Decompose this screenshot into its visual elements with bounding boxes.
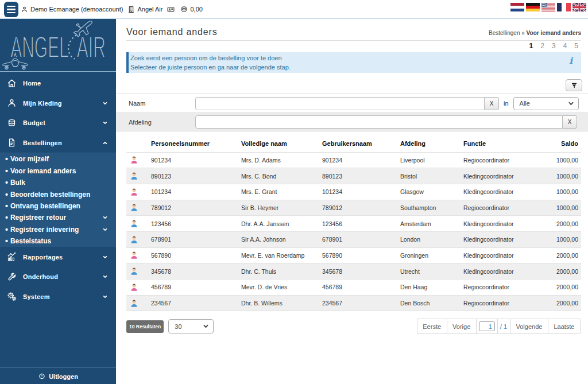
logout-button[interactable]: Uitloggen	[38, 373, 78, 381]
sidebar-item-bestellingen[interactable]: Bestellingen	[0, 133, 116, 153]
page-number-input[interactable]	[479, 321, 495, 331]
id-card-icon[interactable]	[167, 6, 175, 13]
chevron-down-icon	[568, 101, 574, 106]
account-name[interactable]: Demo Ecmanage (demoaccount)	[30, 6, 123, 13]
info-icon: i	[569, 56, 572, 66]
bullet-icon: •	[5, 190, 8, 199]
sidebar-item-budget[interactable]: Budget	[0, 113, 116, 133]
main-content: Voor iemand anders Bestellingen » Voor i…	[116, 19, 588, 384]
person-gender-icon	[130, 283, 138, 292]
flag-fr-icon[interactable]	[557, 3, 571, 11]
power-icon	[38, 373, 46, 381]
topbar: Demo Ecmanage (demoaccount) Angel Air 0,…	[0, 0, 588, 19]
coins-icon	[180, 6, 188, 13]
table-row[interactable]: 901234 Mrs. D. Adams 901234 Liverpool Re…	[126, 152, 581, 168]
pagination-first-button[interactable]: Eerste	[417, 319, 447, 334]
submenu-item[interactable]: • Bulk	[0, 177, 116, 188]
step-1[interactable]: 1	[529, 42, 533, 51]
pagination-prev-button[interactable]: Vorige	[447, 319, 477, 334]
table-header-row: Personeelsnummer Volledige naam Gebruike…	[126, 135, 581, 152]
page-title: Voor iemand anders	[126, 26, 218, 38]
flag-de-icon[interactable]	[526, 3, 540, 11]
info-message: Zoek eerst een persoon om de bestelling …	[126, 52, 581, 73]
logo[interactable]: ANGELAIR	[0, 19, 116, 72]
afdeling-input[interactable]	[195, 115, 563, 129]
submenu-item[interactable]: • Beoordelen bestellingen	[0, 188, 116, 200]
submenu-item[interactable]: • Registreer inlevering	[0, 224, 116, 235]
person-gender-icon	[130, 188, 138, 196]
results-table: Personeelsnummer Volledige naam Gebruike…	[126, 135, 581, 311]
pagination-next-button[interactable]: Volgende	[510, 319, 548, 334]
table-row[interactable]: 890123 Mrs. C. Bond 890123 Bristol Kledi…	[126, 168, 581, 184]
table-row[interactable]: 234567 Dhr. B. Willems 234567 Den Bosch …	[126, 295, 581, 311]
person-gender-icon	[130, 251, 138, 259]
person-gender-icon	[130, 203, 138, 212]
gears-icon	[7, 292, 17, 301]
naam-clear-button[interactable]: X	[485, 97, 499, 110]
bullet-icon: •	[5, 213, 8, 222]
sidebar-item-systeem[interactable]: Systeem	[0, 286, 116, 307]
balance-amount[interactable]: 0,00	[190, 6, 202, 13]
wrench-icon	[7, 272, 17, 282]
submenu-item[interactable]: • Registreer retour	[0, 212, 116, 223]
step-5[interactable]: 5	[574, 42, 578, 51]
chevron-up-icon	[103, 141, 107, 145]
table-row[interactable]: 345678 Dhr. C. Thuis 345678 Utrecht Kled…	[126, 263, 581, 280]
hamburger-menu-button[interactable]	[4, 2, 18, 17]
document-icon	[7, 138, 17, 148]
chevron-down-icon	[103, 255, 107, 259]
scope-select[interactable]: Alle	[513, 97, 579, 110]
person-gender-icon	[130, 172, 138, 180]
sidebar-item-home[interactable]: Home	[0, 73, 116, 94]
submenu-item[interactable]: • Voor iemand anders	[0, 165, 116, 177]
logo-text: ANGELAIR	[0, 31, 116, 64]
naam-row: Naam X in Alle	[116, 94, 588, 113]
chevron-down-icon	[103, 294, 107, 299]
submenu-item[interactable]: • Voor mijzelf	[0, 153, 116, 165]
table-row[interactable]: 678901 Sir A.A. Johnson 678901 London Kl…	[126, 231, 581, 247]
sidebar-item-mijn-kleding[interactable]: Mijn Kleding	[0, 94, 116, 114]
bullet-icon: •	[5, 236, 8, 246]
submenu-item[interactable]: • Ontvang bestellingen	[0, 200, 116, 212]
submenu-item[interactable]: • Bestelstatus	[0, 235, 116, 247]
content-area: Voor iemand anders Bestellingen » Voor i…	[116, 19, 588, 334]
naam-label: Naam	[126, 100, 195, 107]
step-3[interactable]: 3	[552, 42, 556, 51]
results-count-badge: 10 Resultaten	[126, 320, 164, 333]
table-row[interactable]: 123456 Dhr. A.A. Janssen 123456 Amsterda…	[126, 216, 581, 232]
table-row[interactable]: 567890 Mevr. E. van Roerdamp 567890 Gron…	[126, 247, 581, 263]
sidebar-nav: Home Mijn Kleding Budget Bestellingen	[0, 73, 116, 307]
breadcrumb: Bestellingen » Voor iemand anders	[489, 30, 581, 38]
sidebar-item-rapportages[interactable]: Rapportages	[0, 247, 116, 267]
chevron-down-icon	[103, 215, 107, 220]
breadcrumb-parent[interactable]: Bestellingen	[489, 30, 520, 36]
table-footer: 10 Resultaten 30 Eerste Vorige / 1 Volge…	[126, 319, 581, 334]
flag-us-icon[interactable]	[541, 3, 555, 11]
flag-nl-icon[interactable]	[510, 3, 524, 11]
search-form: Naam X in Alle Afdeling X	[116, 94, 588, 131]
wizard-steps: 1 2 3 4 5	[126, 42, 581, 51]
table-row[interactable]: 101234 Mrs. E. Grant 101234 Glasgow Kled…	[126, 184, 581, 200]
bullet-icon: •	[5, 166, 8, 176]
chevron-down-icon	[103, 101, 107, 106]
table-row[interactable]: 456789 Mevr. D. de Vries 456789 Den Haag…	[126, 280, 581, 296]
building-icon	[127, 6, 135, 13]
bullet-icon: •	[5, 201, 8, 211]
afdeling-clear-button[interactable]: X	[563, 115, 577, 129]
step-4[interactable]: 4	[563, 42, 567, 51]
page-size-select[interactable]: 30	[168, 319, 214, 333]
page-count-label: / 1	[498, 319, 510, 334]
step-2[interactable]: 2	[540, 42, 544, 51]
pagination-last-button[interactable]: Laatste	[548, 319, 581, 334]
naam-input[interactable]	[195, 97, 485, 110]
language-flags	[510, 3, 586, 11]
coins-stack-icon	[7, 118, 17, 128]
pagination: Eerste Vorige / 1 Volgende Laatste	[417, 319, 581, 334]
table-row[interactable]: 789012 Sir B. Heymer 789012 Southampton …	[126, 200, 581, 216]
company-name[interactable]: Angel Air	[137, 6, 163, 13]
flag-gb-icon[interactable]	[572, 3, 586, 11]
filter-button[interactable]	[566, 79, 582, 91]
sidebar-item-onderhoud[interactable]: Onderhoud	[0, 267, 116, 287]
funnel-icon	[571, 82, 578, 89]
afdeling-row: Afdeling X	[116, 113, 588, 131]
